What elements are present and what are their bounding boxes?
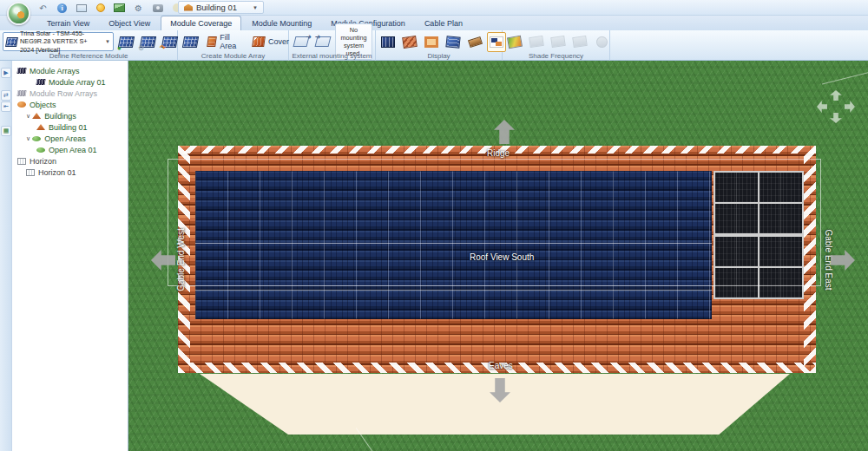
module-arrows-icon bbox=[445, 36, 460, 49]
pan-north-arrow[interactable] bbox=[494, 120, 515, 144]
building-selector-dropdown[interactable]: Building 01 ▼ bbox=[178, 1, 264, 14]
title-bar: ↶ i ⚙ ? Building 01 ▼ bbox=[0, 0, 868, 16]
group-define-reference-module: Trina Solar - TSM-455-NEG9R.28 VERTEX S+… bbox=[0, 30, 178, 61]
tree-item-module-array-01[interactable]: Module Array 01 bbox=[12, 76, 128, 88]
shade-frequency-button[interactable] bbox=[505, 32, 524, 52]
pan-east-arrow[interactable] bbox=[831, 250, 855, 271]
mounting-import-button[interactable]: ➜ bbox=[313, 32, 332, 52]
ribbon: Trina Solar - TSM-455-NEG9R.28 VERTEX S+… bbox=[0, 30, 868, 61]
tab-object-view[interactable]: Object View bbox=[100, 16, 159, 30]
tree-expand-button[interactable]: ⇄ bbox=[1, 90, 11, 101]
solar-module[interactable] bbox=[760, 237, 802, 266]
chevron-expanded-icon[interactable]: ∨ bbox=[26, 113, 30, 120]
tree-item-horizon[interactable]: Horizon bbox=[12, 155, 128, 167]
chevron-down-icon: ▼ bbox=[253, 5, 258, 10]
tab-cable-plan[interactable]: Cable Plan bbox=[416, 16, 471, 30]
tab-module-coverage[interactable]: Module Coverage bbox=[161, 16, 241, 30]
nav-up-arrow[interactable] bbox=[830, 90, 842, 101]
tree-item-module-arrays[interactable]: Module Arrays bbox=[12, 65, 128, 76]
info-icon[interactable]: i bbox=[56, 2, 69, 14]
roof-view-label: Roof View South bbox=[470, 252, 534, 262]
open-area-icon bbox=[36, 147, 45, 153]
solar-module[interactable] bbox=[715, 173, 758, 202]
module-settings-button[interactable]: ⚙ bbox=[138, 32, 157, 52]
ridge-label: Ridge bbox=[487, 148, 510, 158]
grid-toggle-button[interactable]: ▦ bbox=[1, 126, 11, 136]
display-modules-button[interactable] bbox=[378, 32, 398, 52]
building-selector-value: Building 01 bbox=[196, 3, 237, 12]
building-icon bbox=[36, 124, 45, 130]
tab-terrain-view[interactable]: Terrain View bbox=[38, 16, 98, 30]
shade-option-2-button[interactable] bbox=[549, 32, 568, 52]
horizon-icon bbox=[17, 158, 26, 165]
nav-down-arrow[interactable] bbox=[830, 113, 842, 123]
terrain-edge-line bbox=[822, 69, 868, 85]
solar-module[interactable] bbox=[760, 204, 802, 233]
gear-icon: ⚙ bbox=[138, 45, 144, 52]
solar-module[interactable] bbox=[715, 237, 758, 266]
screen-view-icon[interactable] bbox=[75, 2, 88, 14]
orange-arrow-icon: ↷ bbox=[160, 45, 166, 52]
tree-item-objects[interactable]: Objects bbox=[12, 99, 128, 110]
shade-option-1-button[interactable] bbox=[527, 32, 546, 52]
module-replace-button[interactable]: ↷ bbox=[160, 32, 179, 52]
display-roof-tiles-button[interactable] bbox=[400, 32, 419, 52]
solar-panel-icon bbox=[5, 37, 18, 47]
sidebar-tool-strip: ▶ ⇄ ⇤ ▦ bbox=[0, 61, 12, 451]
settings-icon[interactable]: ⚙ bbox=[132, 2, 145, 14]
tree-item-buildings[interactable]: ∨Buildings bbox=[12, 110, 128, 121]
sun-icon[interactable] bbox=[94, 2, 107, 14]
chevron-expanded-icon[interactable]: ∨ bbox=[26, 135, 30, 142]
ground-apron bbox=[200, 374, 790, 435]
new-module-array-button[interactable] bbox=[181, 32, 200, 52]
roof-view-canvas[interactable]: Ridge Roof View South Eaves Gable End We… bbox=[128, 61, 868, 451]
tab-module-mounting[interactable]: Module Mounting bbox=[243, 16, 320, 30]
tree-item-building-01[interactable]: Building 01 bbox=[12, 121, 128, 133]
mounting-export-button[interactable]: ➜ bbox=[292, 32, 311, 52]
shade-grey-icon bbox=[572, 36, 588, 48]
tree-collapse-button[interactable]: ⇤ bbox=[1, 101, 11, 112]
display-orientation-button[interactable] bbox=[444, 32, 463, 52]
solar-module[interactable] bbox=[760, 173, 802, 202]
play-button[interactable]: ▶ bbox=[1, 68, 11, 78]
screenshot-icon[interactable] bbox=[113, 2, 126, 14]
solar-module[interactable] bbox=[760, 268, 802, 297]
module-array-coverage-area[interactable] bbox=[195, 171, 712, 319]
module-array-01-panels[interactable] bbox=[713, 171, 804, 299]
frame-icon bbox=[424, 36, 438, 48]
building-icon bbox=[184, 4, 193, 11]
gable-east-trim bbox=[804, 146, 816, 373]
solar-module[interactable] bbox=[715, 204, 758, 233]
fill-area-button[interactable]: Fill Area bbox=[202, 32, 245, 51]
reference-module-dropdown[interactable]: Trina Solar - TSM-455-NEG9R.28 VERTEX S+… bbox=[3, 32, 114, 51]
display-plank-button[interactable] bbox=[465, 32, 484, 52]
plank-icon bbox=[467, 36, 482, 47]
tree-item-module-row-arrays[interactable]: Module Row Arrays bbox=[12, 88, 128, 99]
display-frame-button[interactable] bbox=[422, 32, 441, 52]
roof-tiles-icon bbox=[402, 35, 418, 48]
undo-icon[interactable]: ↶ bbox=[36, 2, 49, 14]
horizon-icon bbox=[26, 169, 35, 176]
green-dot-icon: ● bbox=[117, 45, 122, 52]
tree-item-open-areas[interactable]: ∨Open Areas bbox=[12, 133, 128, 144]
open-area-icon bbox=[32, 136, 41, 141]
application-window: ↶ i ⚙ ? Building 01 ▼ Terrain View Objec… bbox=[0, 0, 868, 451]
nav-right-arrow[interactable] bbox=[845, 101, 855, 113]
shade-option-3-button[interactable] bbox=[570, 32, 589, 52]
tree-item-horizon-01[interactable]: Horizon 01 bbox=[12, 167, 128, 178]
group-label: Define Reference Module bbox=[3, 52, 174, 61]
nav-left-arrow[interactable] bbox=[817, 101, 827, 113]
solar-module[interactable] bbox=[715, 268, 758, 297]
camera-icon[interactable] bbox=[151, 2, 164, 14]
tree-item-open-area-01[interactable]: Open Area 01 bbox=[12, 144, 128, 155]
display-mixed-view-button[interactable] bbox=[487, 32, 506, 52]
reference-module-name: Trina Solar - TSM-455-NEG9R.28 VERTEX S+… bbox=[20, 29, 102, 53]
module-row-array-icon bbox=[16, 90, 26, 96]
shade-option-4-button[interactable] bbox=[592, 32, 611, 52]
module-properties-button[interactable]: ● bbox=[116, 32, 135, 52]
module-row-divider bbox=[195, 290, 712, 291]
group-label: Create Module Array bbox=[181, 52, 286, 61]
shade-grey-icon bbox=[550, 36, 566, 48]
cover-button[interactable]: Cover bbox=[247, 32, 294, 51]
app-logo-icon[interactable] bbox=[7, 2, 30, 25]
